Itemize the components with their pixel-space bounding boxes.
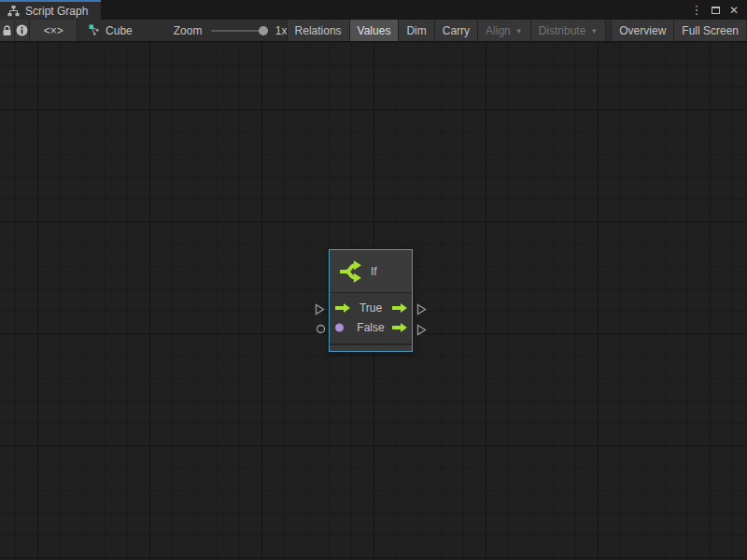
chevron-down-icon: ▼: [590, 27, 598, 35]
flow-arrow-icon: [392, 303, 407, 313]
flow-arrow-icon: [335, 303, 350, 313]
script-machine-icon: [89, 24, 101, 36]
false-port-label: False: [357, 321, 384, 334]
graph-canvas[interactable]: If True: [0, 42, 747, 560]
branch-icon: [338, 259, 362, 284]
values-button[interactable]: Values: [349, 20, 400, 41]
flow-arrow-icon: [392, 323, 407, 332]
graph-toolbar: <×> Cube Zoom 1x Relations Values Dim Ca…: [0, 20, 747, 42]
fullscreen-button[interactable]: Full Screen: [673, 20, 747, 41]
tab-title: Script Graph: [25, 5, 88, 18]
triangle-port-icon: [315, 303, 325, 315]
flow-input-connector[interactable]: [315, 303, 325, 315]
chevron-down-icon: ▼: [515, 27, 523, 35]
zoom-slider-handle[interactable]: [259, 26, 268, 35]
node-title: If: [371, 265, 377, 278]
dim-button[interactable]: Dim: [398, 20, 434, 41]
graph-name-label: Cube: [106, 24, 133, 37]
distribute-dropdown[interactable]: Distribute ▼: [530, 20, 607, 41]
triangle-port-icon: [416, 324, 427, 336]
boolean-port-icon: [335, 323, 344, 331]
relations-button[interactable]: Relations: [287, 20, 350, 41]
window-controls: ⋮ ✕: [689, 0, 747, 20]
info-button[interactable]: [14, 20, 30, 41]
condition-input-connector[interactable]: [316, 324, 326, 334]
window-tab-bar: Script Graph ⋮ ✕: [0, 0, 747, 20]
lock-button[interactable]: [0, 20, 15, 41]
false-output-connector[interactable]: [416, 324, 427, 336]
false-port-row: False: [330, 317, 412, 337]
close-icon[interactable]: ✕: [726, 3, 741, 18]
code-icon: <×>: [44, 24, 63, 37]
code-view-button[interactable]: <×>: [29, 20, 78, 41]
true-output-port[interactable]: [392, 303, 407, 313]
true-port-label: True: [359, 301, 382, 315]
if-node-header[interactable]: If: [330, 250, 412, 293]
zoom-label: Zoom: [174, 20, 203, 41]
if-node[interactable]: If True: [329, 249, 413, 352]
if-node-body: True False: [330, 293, 412, 342]
overview-button[interactable]: Overview: [611, 20, 674, 41]
false-output-port[interactable]: [392, 323, 407, 332]
true-output-connector[interactable]: [416, 303, 427, 315]
maximize-icon[interactable]: [708, 3, 723, 18]
tab-script-graph[interactable]: Script Graph: [0, 0, 101, 20]
toolbar-toggles: Relations Values Dim Carry Align ▼ Distr…: [288, 20, 747, 41]
align-dropdown[interactable]: Align ▼: [477, 20, 531, 41]
window-menu-icon[interactable]: ⋮: [689, 3, 704, 18]
if-node-footer: [330, 343, 412, 351]
zoom-slider[interactable]: [211, 20, 267, 41]
flow-input-port[interactable]: [335, 303, 350, 313]
graph-hierarchy-icon: [7, 6, 20, 17]
true-port-row: True: [330, 298, 412, 317]
circle-port-icon: [316, 324, 326, 334]
graph-reference[interactable]: Cube: [89, 20, 133, 41]
triangle-port-icon: [416, 303, 427, 315]
lock-icon: [2, 25, 12, 36]
info-icon: [16, 24, 28, 36]
carry-button[interactable]: Carry: [434, 20, 478, 41]
condition-input-port[interactable]: [335, 323, 344, 331]
